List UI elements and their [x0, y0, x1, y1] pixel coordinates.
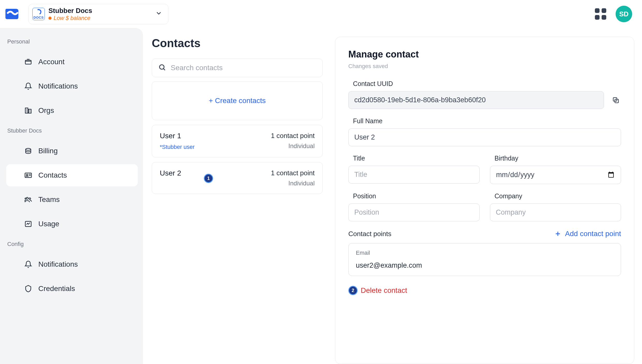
- chevron-down-icon: [155, 10, 162, 19]
- coins-icon: [24, 147, 33, 155]
- warn-dot-icon: [48, 17, 52, 20]
- search-icon: [158, 63, 166, 72]
- users-icon: [24, 195, 33, 204]
- contact-type: Individual: [271, 142, 315, 150]
- birthday-field: Birthday: [490, 155, 621, 184]
- sidebar-section-personal: Personal: [0, 35, 143, 49]
- contact-card-left: User 2: [160, 169, 181, 181]
- company-input[interactable]: [490, 203, 621, 221]
- apps-grid-icon[interactable]: [595, 8, 606, 20]
- account-icon: [24, 57, 33, 66]
- contact-card-right: 1 contact point Individual: [271, 169, 315, 187]
- sidebar-item-label: Teams: [38, 195, 60, 204]
- sidebar-item-contacts[interactable]: Contacts: [6, 164, 138, 186]
- callout-badge-1: 1: [204, 174, 213, 183]
- uuid-label: Contact UUID: [353, 80, 621, 88]
- sidebar-item-notifications-personal[interactable]: Notifications: [6, 75, 138, 97]
- sidebar-section-config: Config: [0, 237, 143, 251]
- svg-point-2: [26, 148, 31, 150]
- copy-button[interactable]: [611, 95, 621, 105]
- avatar-initials: SD: [619, 10, 629, 18]
- idcard-icon: [24, 171, 33, 180]
- contact-point-value: user2@example.com: [356, 261, 614, 270]
- sidebar: Personal Account Notifications Orgs Stub…: [0, 28, 143, 364]
- sidebar-item-notifications-config[interactable]: Notifications: [6, 253, 138, 275]
- delete-contact-button[interactable]: Delete contact: [361, 286, 407, 295]
- page-title: Contacts: [152, 37, 323, 50]
- delete-contact-row: 2 Delete contact: [348, 286, 621, 295]
- svg-point-7: [25, 198, 26, 199]
- sidebar-item-teams[interactable]: Teams: [6, 188, 138, 211]
- contacts-column: Contacts + Create contacts User 1 *Stubb…: [152, 37, 323, 364]
- fullname-input[interactable]: [348, 128, 621, 146]
- create-contacts-link[interactable]: + Create contacts: [209, 97, 266, 105]
- svg-point-5: [26, 197, 28, 199]
- position-field: Position: [348, 192, 480, 221]
- topbar-left: DOCS Stubber Docs Low $ balance: [0, 4, 168, 24]
- plus-icon: [554, 230, 561, 237]
- fullname-label: Full Name: [353, 117, 621, 125]
- contact-card-right: 1 contact point Individual: [271, 132, 315, 150]
- topbar-right: SD: [595, 6, 636, 22]
- contact-card[interactable]: User 2 1 contact point Individual 1: [152, 162, 323, 194]
- title-input[interactable]: [348, 166, 480, 184]
- org-low-balance: Low $ balance: [48, 15, 92, 21]
- main: Contacts + Create contacts User 1 *Stubb…: [143, 28, 642, 364]
- company-label: Company: [495, 192, 621, 200]
- org-name: Stubber Docs: [48, 7, 92, 15]
- avatar[interactable]: SD: [616, 6, 632, 22]
- contact-stubber-tag: *Stubber user: [160, 144, 195, 150]
- uuid-value: cd2d0580-19eb-5d1e-806a-b9ba3eb60f20: [348, 91, 604, 109]
- callout-badge-2: 2: [348, 286, 358, 295]
- sidebar-item-usage[interactable]: Usage: [6, 213, 138, 235]
- contact-point-card[interactable]: Email user2@example.com: [348, 243, 621, 276]
- manage-contact-title: Manage contact: [348, 49, 621, 60]
- org-switcher[interactable]: DOCS Stubber Docs Low $ balance: [28, 4, 168, 24]
- sidebar-item-label: Usage: [38, 220, 59, 228]
- contact-points-label: Contact points: [348, 230, 391, 238]
- sidebar-item-orgs[interactable]: Orgs: [6, 99, 138, 122]
- add-contact-point-label: Add contact point: [565, 230, 621, 238]
- position-input[interactable]: [348, 203, 480, 221]
- search-input[interactable]: [171, 64, 316, 72]
- contact-point-count: 1 contact point: [271, 132, 315, 140]
- sidebar-item-label: Contacts: [38, 171, 67, 179]
- sidebar-item-billing[interactable]: Billing: [6, 140, 138, 162]
- brand-logo-icon: [4, 6, 19, 22]
- search-wrap[interactable]: [152, 59, 323, 77]
- copy-icon: [612, 96, 620, 104]
- svg-rect-1: [28, 109, 31, 113]
- topbar: DOCS Stubber Docs Low $ balance SD: [0, 0, 642, 28]
- sidebar-item-label: Notifications: [38, 260, 78, 268]
- contact-point-count: 1 contact point: [271, 169, 315, 177]
- layout: Personal Account Notifications Orgs Stub…: [0, 28, 642, 364]
- org-icon-label: DOCS: [33, 16, 44, 19]
- sidebar-item-account[interactable]: Account: [6, 51, 138, 73]
- org-low-balance-text: Low $ balance: [54, 15, 90, 21]
- svg-point-6: [29, 198, 31, 199]
- create-contacts-card[interactable]: + Create contacts: [152, 81, 323, 120]
- contact-type: Individual: [271, 180, 315, 187]
- sidebar-section-org: Stubber Docs: [0, 124, 143, 138]
- contact-points-header: Contact points Add contact point: [348, 230, 621, 238]
- uuid-field: Contact UUID cd2d0580-19eb-5d1e-806a-b9b…: [348, 80, 621, 109]
- sidebar-item-label: Credentials: [38, 285, 75, 293]
- fullname-field: Full Name: [348, 117, 621, 146]
- contact-card-left: User 1 *Stubber user: [160, 132, 195, 150]
- contact-point-type: Email: [356, 250, 614, 256]
- brand-logo[interactable]: [0, 4, 23, 24]
- bell-icon: [24, 260, 33, 269]
- contact-name: User 1: [160, 132, 195, 140]
- add-contact-point-button[interactable]: Add contact point: [554, 230, 621, 238]
- svg-point-4: [26, 174, 28, 176]
- sidebar-item-credentials[interactable]: Credentials: [6, 278, 138, 300]
- title-label: Title: [353, 155, 480, 162]
- sidebar-item-label: Notifications: [38, 82, 78, 90]
- birthday-input[interactable]: [490, 166, 621, 184]
- org-text: Stubber Docs Low $ balance: [48, 7, 92, 21]
- manage-contact-panel: Manage contact Changes saved Contact UUI…: [335, 37, 634, 364]
- contact-card[interactable]: User 1 *Stubber user 1 contact point Ind…: [152, 125, 323, 157]
- sidebar-item-label: Billing: [38, 147, 58, 155]
- sidebar-item-label: Orgs: [38, 106, 54, 115]
- svg-point-9: [160, 65, 164, 69]
